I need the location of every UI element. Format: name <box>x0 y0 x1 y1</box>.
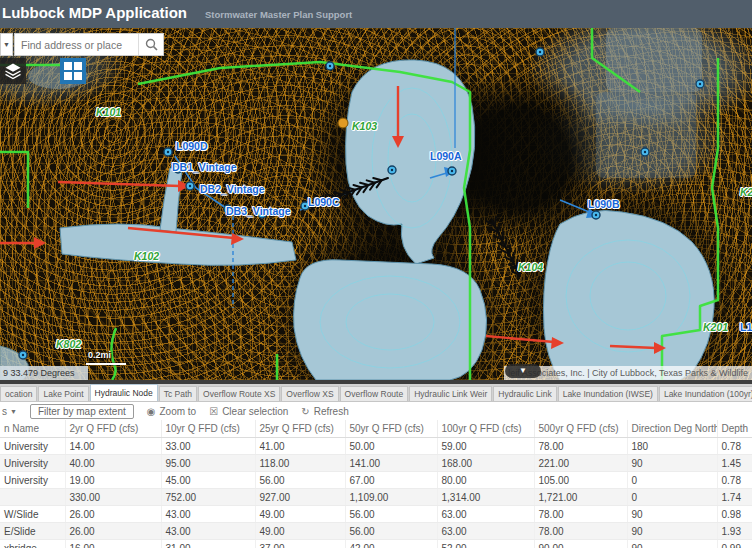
table-cell: 37.00 <box>255 540 345 548</box>
table-cell: 59.00 <box>437 438 534 455</box>
node-label-l1: L1 <box>740 321 752 333</box>
refresh-button[interactable]: ↻ Refresh <box>301 406 348 417</box>
tab-hydraulic-link[interactable]: Hydraulic Link <box>493 386 556 401</box>
map-view[interactable]: K101K102K103K104K802K201K2L090DL090AL090… <box>0 28 752 380</box>
search-input[interactable] <box>15 34 138 55</box>
orange-point <box>338 118 348 128</box>
table-cell: 49.00 <box>255 506 345 523</box>
tab-lake-point[interactable]: Lake Point <box>38 386 88 401</box>
table-cell: 45.00 <box>161 472 255 489</box>
table-row[interactable]: E/Slide26.0043.0049.0056.0063.0078.00901… <box>0 523 752 540</box>
column-header[interactable]: n Name <box>0 420 65 438</box>
table-cell: E/Slide <box>0 523 65 540</box>
tab-lake-inundation-100yr-[interactable]: Lake Inundation (100yr) <box>659 386 752 401</box>
table-cell: 0 <box>627 472 717 489</box>
attribute-table: n Name2yr Q FFD (cfs)10yr Q FFD (cfs)25y… <box>0 420 752 548</box>
table-cell: 63.00 <box>437 523 534 540</box>
table-cell: 118.00 <box>255 455 345 472</box>
clear-selection-button[interactable]: ☒ Clear selection <box>209 406 288 417</box>
tab-overflow-xs[interactable]: Overflow XS <box>281 386 338 401</box>
map-scale-bar <box>86 363 126 365</box>
table-row[interactable]: W/Slide26.0043.0049.0056.0063.0078.00900… <box>0 506 752 523</box>
table-cell: 90 <box>627 506 717 523</box>
tab-bar: ocationLake PointHydraulic NodeTc PathOv… <box>0 384 752 402</box>
table-header-row: n Name2yr Q FFD (cfs)10yr Q FFD (cfs)25y… <box>0 420 752 438</box>
table-cell: 56.00 <box>345 506 437 523</box>
search-icon[interactable] <box>138 34 163 55</box>
table-body: University14.0033.0041.0050.0059.0078.00… <box>0 438 752 548</box>
table-row[interactable]: 330.00752.00927.001,109.001,314.001,721.… <box>0 489 752 506</box>
table-cell: 26.00 <box>65 523 161 540</box>
table-row[interactable]: University14.0033.0041.0050.0059.0078.00… <box>0 438 752 455</box>
table-cell: 33.00 <box>161 438 255 455</box>
table-cell: 168.00 <box>437 455 534 472</box>
table-cell: 0 <box>627 489 717 506</box>
chevron-down-icon: ▼ <box>10 408 17 415</box>
column-header[interactable]: 10yr Q FFD (cfs) <box>161 420 255 438</box>
table-cell: 180 <box>627 438 717 455</box>
column-header[interactable]: 2yr Q FFD (cfs) <box>65 420 161 438</box>
node-label-l090a: L090A <box>430 150 462 162</box>
column-header[interactable]: 500yr Q FFD (cfs) <box>534 420 627 438</box>
table-cell: 752.00 <box>161 489 255 506</box>
search-source-dropdown[interactable]: ▼ <box>0 33 13 56</box>
tab-overflow-route[interactable]: Overflow Route <box>340 386 409 401</box>
table-cell: 16.00 <box>65 540 161 548</box>
table-cell: 78.00 <box>534 506 627 523</box>
basin-label-k802: K802 <box>56 338 81 350</box>
tab-hydraulic-node[interactable]: Hydraulic Node <box>90 384 158 401</box>
tab-lake-inundation-iwse-[interactable]: Lake Inundation (IWSE) <box>558 386 658 401</box>
options-menu[interactable]: s ▼ <box>2 406 17 417</box>
basin-label-k102: K102 <box>134 250 159 262</box>
table-cell: 52.00 <box>437 540 534 548</box>
tab-hydraulic-link-weir[interactable]: Hydraulic Link Weir <box>409 386 492 401</box>
channel-herringbone <box>487 217 521 276</box>
tab-ocation[interactable]: ocation <box>0 386 37 401</box>
table-row[interactable]: xbridge16.0031.0037.0042.0052.0090.00900… <box>0 540 752 548</box>
table-cell: 78.00 <box>534 523 627 540</box>
column-header[interactable]: 100yr Q FFD (cfs) <box>437 420 534 438</box>
zoom-to-button[interactable]: ◉ Zoom to <box>147 406 196 417</box>
table-cell: University <box>0 472 65 489</box>
table-cell: 1,109.00 <box>345 489 437 506</box>
table-row[interactable]: University19.0045.0056.0067.0080.00105.0… <box>0 472 752 489</box>
app-title: Lubbock MDP Application <box>2 4 187 21</box>
map-scale-label: 0.2mi <box>88 350 111 360</box>
node-label-db1-vintage: DB1_Vintage <box>172 161 237 173</box>
table-cell: 1,721.00 <box>534 489 627 506</box>
node-label-l090d: L090D <box>176 140 208 152</box>
table-cell: 14.00 <box>65 438 161 455</box>
table-cell: 95.00 <box>161 455 255 472</box>
basin-label-k104: K104 <box>518 261 543 273</box>
table-cell: 90 <box>627 540 717 548</box>
collapse-arrow-icon: ▼ <box>519 366 527 375</box>
table-cell: 43.00 <box>161 506 255 523</box>
table-cell: 0.78 <box>717 472 752 489</box>
table-cell: 1.93 <box>717 523 752 540</box>
table-row[interactable]: University40.0095.00118.00141.00168.0022… <box>0 455 752 472</box>
table-cell: 1.45 <box>717 455 752 472</box>
tab-overflow-route-xs[interactable]: Overflow Route XS <box>198 386 280 401</box>
table-cell: 78.00 <box>534 438 627 455</box>
map-overlay-graphics <box>0 28 752 380</box>
table-cell: 0.78 <box>717 438 752 455</box>
app-header: Lubbock MDP Application Stormwater Maste… <box>0 0 752 28</box>
table-cell: 141.00 <box>345 455 437 472</box>
layers-icon <box>3 61 23 81</box>
layers-button[interactable] <box>0 58 26 84</box>
table-cell: 31.00 <box>161 540 255 548</box>
tab-tc-path[interactable]: Tc Path <box>159 386 197 401</box>
node-label-l090b: L090B <box>588 198 620 210</box>
basemap-gallery-button[interactable] <box>60 58 86 84</box>
column-header[interactable]: Depth <box>717 420 752 438</box>
column-header[interactable]: 25yr Q FFD (cfs) <box>255 420 345 438</box>
column-header[interactable]: Direction Deg North <box>627 420 717 438</box>
filter-by-extent-button[interactable]: Filter by map extent <box>30 404 134 419</box>
table-cell: 221.00 <box>534 455 627 472</box>
panel-collapse-button[interactable]: ▼ <box>505 364 541 378</box>
table-cell: 43.00 <box>161 523 255 540</box>
node-label-db3-vintage: DB3_Vintage <box>226 205 291 217</box>
column-header[interactable]: 50yr Q FFD (cfs) <box>345 420 437 438</box>
table-cell: 90 <box>627 523 717 540</box>
table-cell: 330.00 <box>65 489 161 506</box>
